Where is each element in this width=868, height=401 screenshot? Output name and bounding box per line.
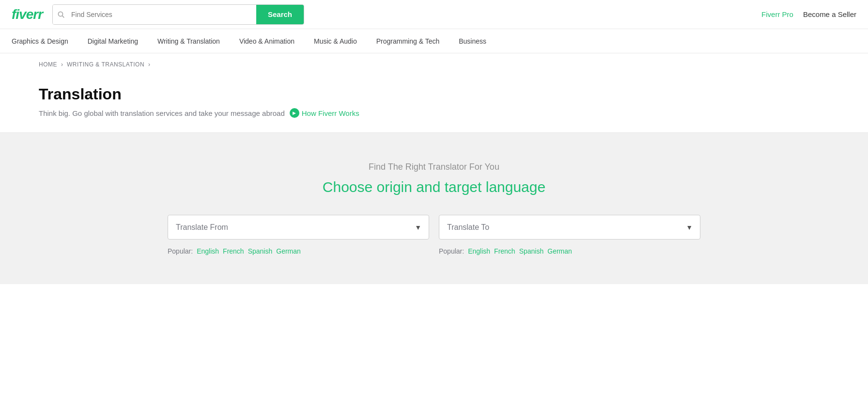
- popular-left-english[interactable]: English: [197, 247, 219, 255]
- page-intro: Translation Think big. Go global with tr…: [0, 76, 868, 133]
- page-subtitle-text: Think big. Go global with translation se…: [39, 109, 285, 117]
- nav-item-graphics[interactable]: Graphics & Design: [12, 29, 78, 53]
- translate-to-select[interactable]: Translate To English French Spanish Germ…: [439, 215, 700, 240]
- search-container: Search: [52, 4, 304, 25]
- popular-left-german[interactable]: German: [276, 247, 301, 255]
- become-seller-link[interactable]: Become a Seller: [803, 10, 856, 18]
- fiverr-pro-link[interactable]: Fiverr Pro: [761, 10, 793, 18]
- popular-row: Popular: English French Spanish German P…: [168, 247, 700, 255]
- breadcrumb-sep-1: ›: [61, 61, 63, 68]
- search-input[interactable]: [69, 5, 256, 24]
- nav-item-writing[interactable]: Writing & Translation: [148, 29, 230, 53]
- popular-right-german[interactable]: German: [547, 247, 572, 255]
- popular-left-label: Popular:: [168, 247, 193, 255]
- svg-line-1: [62, 16, 64, 17]
- nav-item-business[interactable]: Business: [449, 29, 496, 53]
- dropdowns-row: Translate From English French Spanish Ge…: [168, 215, 700, 240]
- breadcrumb-sep-2: ›: [148, 61, 150, 68]
- page-subtitle: Think big. Go global with translation se…: [39, 108, 829, 118]
- translate-from-select[interactable]: Translate From English French Spanish Ge…: [168, 215, 429, 240]
- popular-right-french[interactable]: French: [494, 247, 515, 255]
- page-title: Translation: [39, 85, 829, 103]
- popular-right: Popular: English French Spanish German: [439, 247, 700, 255]
- translate-to-wrapper: Translate To English French Spanish Germ…: [439, 215, 700, 240]
- nav-item-digital-marketing[interactable]: Digital Marketing: [78, 29, 148, 53]
- translator-section: Find The Right Translator For You Choose…: [0, 133, 868, 284]
- popular-right-spanish[interactable]: Spanish: [519, 247, 544, 255]
- breadcrumb-home[interactable]: HOME: [39, 61, 57, 68]
- nav-item-programming[interactable]: Programming & Tech: [367, 29, 449, 53]
- popular-left-french[interactable]: French: [223, 247, 244, 255]
- nav-item-video[interactable]: Video & Animation: [230, 29, 304, 53]
- popular-left-spanish[interactable]: Spanish: [248, 247, 273, 255]
- svg-point-0: [58, 12, 62, 16]
- search-icon: [53, 5, 69, 24]
- header: fiverr Search Fiverr Pro Become a Seller: [0, 0, 868, 29]
- popular-right-english[interactable]: English: [468, 247, 490, 255]
- nav-item-music[interactable]: Music & Audio: [304, 29, 367, 53]
- translate-from-wrapper: Translate From English French Spanish Ge…: [168, 215, 429, 240]
- breadcrumb: HOME › WRITING & TRANSLATION ›: [0, 53, 868, 76]
- find-translator-label: Find The Right Translator For You: [369, 162, 499, 172]
- how-it-works-link[interactable]: ▶ How Fiverr Works: [290, 108, 359, 118]
- search-button[interactable]: Search: [256, 5, 304, 24]
- how-it-works-label: How Fiverr Works: [302, 109, 359, 117]
- header-right: Fiverr Pro Become a Seller: [761, 10, 856, 18]
- logo: fiverr: [12, 7, 43, 22]
- popular-right-label: Popular:: [439, 247, 464, 255]
- popular-left: Popular: English French Spanish German: [168, 247, 429, 255]
- breadcrumb-writing[interactable]: WRITING & TRANSLATION: [67, 61, 144, 68]
- main-nav: Graphics & Design Digital Marketing Writ…: [0, 29, 868, 53]
- play-icon: ▶: [290, 108, 299, 118]
- choose-language-label: Choose origin and target language: [323, 179, 545, 195]
